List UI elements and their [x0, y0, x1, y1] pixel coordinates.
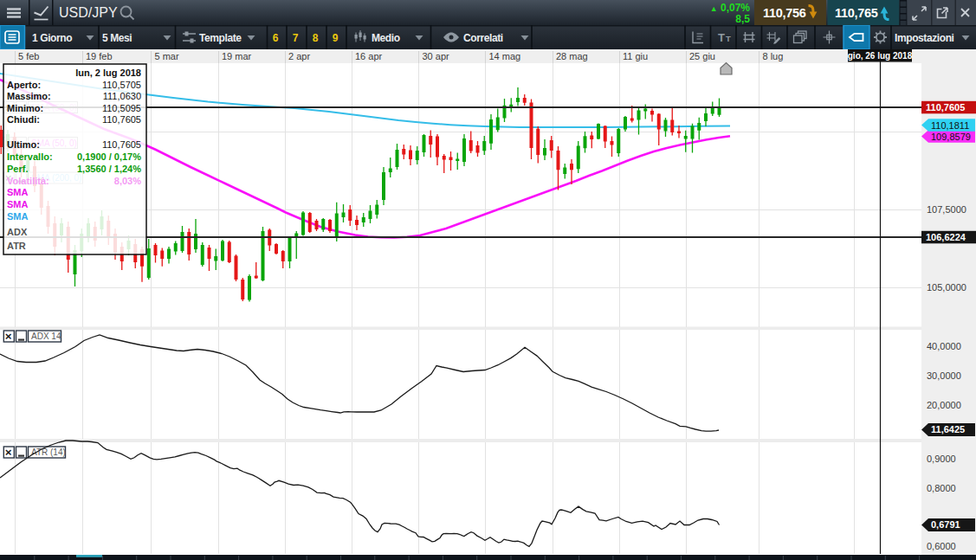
svg-text:20,0000: 20,0000: [927, 400, 961, 410]
svg-text:5 feb: 5 feb: [18, 51, 39, 61]
svg-text:105,0000: 105,0000: [927, 282, 966, 293]
svg-text:8 lug: 8 lug: [763, 51, 784, 61]
svg-text:2 apr: 2 apr: [288, 51, 310, 61]
svg-text:5 mar: 5 mar: [155, 51, 179, 61]
svg-text:Minimo:: Minimo:: [7, 103, 43, 113]
svg-text:SMA: SMA: [7, 211, 29, 222]
svg-text:Chiudi:: Chiudi:: [7, 114, 40, 125]
svg-text:11 giu: 11 giu: [623, 51, 648, 61]
svg-text:0,6791: 0,6791: [931, 519, 960, 530]
svg-text:Intervallo:: Intervallo:: [7, 151, 53, 162]
svg-text:8,5: 8,5: [735, 13, 750, 25]
svg-text:Aperto:: Aperto:: [7, 80, 41, 90]
svg-text:Template: Template: [199, 32, 242, 44]
svg-text:8,03%: 8,03%: [114, 176, 141, 186]
svg-text:30,0000: 30,0000: [927, 370, 961, 381]
svg-text:T: T: [726, 34, 731, 43]
svg-text:16 apr: 16 apr: [355, 51, 383, 61]
svg-text:110,765: 110,765: [835, 6, 878, 20]
svg-text:Ultimo:: Ultimo:: [7, 139, 40, 150]
svg-text:T: T: [718, 31, 725, 44]
svg-text:Massimo:: Massimo:: [7, 91, 51, 101]
svg-text:110,5095: 110,5095: [102, 103, 141, 113]
svg-text:1 Giorno: 1 Giorno: [32, 32, 72, 44]
svg-text:0,6000: 0,6000: [927, 541, 956, 551]
svg-text:×: ×: [5, 330, 12, 343]
svg-text:110,756: 110,756: [763, 6, 806, 20]
svg-text:19 feb: 19 feb: [86, 51, 113, 61]
svg-text:Volatilità:: Volatilità:: [7, 176, 49, 186]
svg-text:1,3560 / 1,24%: 1,3560 / 1,24%: [77, 164, 141, 174]
svg-text:ADX: ADX: [7, 227, 28, 237]
svg-text:110,7605: 110,7605: [102, 114, 141, 125]
svg-text:19 mar: 19 mar: [222, 51, 252, 61]
svg-text:9: 9: [333, 32, 339, 44]
svg-text:0,8000: 0,8000: [927, 483, 956, 493]
svg-text:Impostazioni: Impostazioni: [895, 32, 954, 44]
svg-text:0,1900 / 0,17%: 0,1900 / 0,17%: [77, 151, 141, 162]
svg-text:110,5705: 110,5705: [102, 80, 141, 90]
svg-text:ATR: ATR: [7, 241, 26, 251]
svg-text:Correlati: Correlati: [463, 32, 503, 44]
svg-text:110,7605: 110,7605: [926, 102, 965, 113]
svg-text:8: 8: [313, 32, 319, 44]
svg-text:25 giu: 25 giu: [689, 51, 715, 61]
svg-text:gio, 26 lug 2018: gio, 26 lug 2018: [848, 51, 913, 61]
svg-text:lun, 2 lug 2018: lun, 2 lug 2018: [75, 68, 141, 78]
svg-text:109,8579: 109,8579: [931, 132, 971, 142]
svg-text:ADX 14: ADX 14: [31, 331, 61, 341]
svg-text:30 apr: 30 apr: [423, 51, 450, 61]
svg-text:14 mag: 14 mag: [489, 51, 521, 61]
svg-text:111,0630: 111,0630: [103, 91, 141, 101]
svg-text:USD/JPY: USD/JPY: [59, 5, 118, 20]
svg-text:40,0000: 40,0000: [927, 341, 961, 351]
svg-text:110,1811: 110,1811: [931, 120, 969, 131]
svg-text:Perf.: Perf.: [7, 164, 28, 174]
svg-text:SMA: SMA: [7, 187, 29, 197]
svg-text:106,6224: 106,6224: [926, 232, 966, 242]
svg-text:Medio: Medio: [372, 32, 400, 44]
svg-text:107,5000: 107,5000: [927, 204, 966, 215]
svg-text:7: 7: [293, 32, 299, 44]
svg-text:×: ×: [5, 446, 12, 459]
svg-text:5 Mesi: 5 Mesi: [102, 32, 132, 44]
svg-text:0,9000: 0,9000: [927, 454, 956, 464]
svg-text:110,7605: 110,7605: [102, 139, 141, 150]
svg-text:SMA: SMA: [7, 199, 29, 209]
svg-text:6: 6: [273, 32, 279, 44]
svg-text:11,6425: 11,6425: [931, 424, 965, 434]
svg-text:28 mag: 28 mag: [556, 51, 588, 61]
